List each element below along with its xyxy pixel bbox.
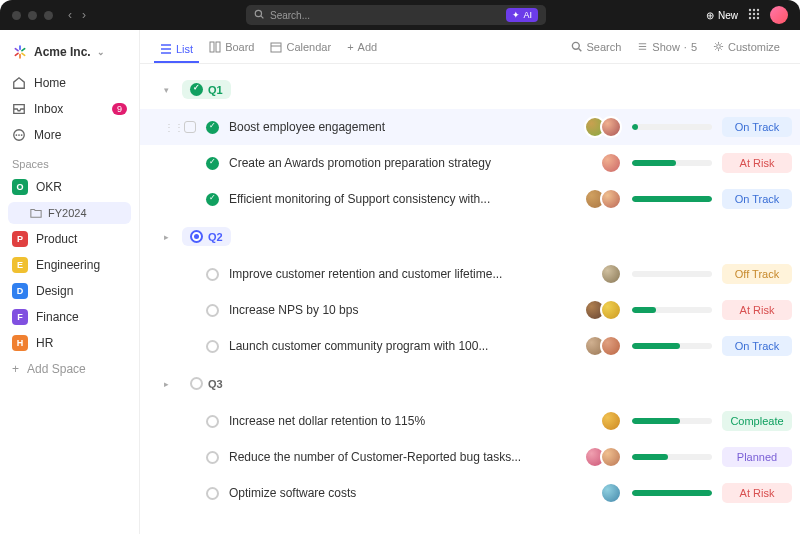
task-status-icon[interactable] xyxy=(206,487,219,500)
ai-button[interactable]: ✦ AI xyxy=(506,8,538,22)
status-badge[interactable]: Off Track xyxy=(722,264,792,284)
space-label: Engineering xyxy=(36,258,100,272)
group-header-q2[interactable]: ▸Q2 xyxy=(140,217,800,256)
svg-point-7 xyxy=(757,12,759,14)
user-avatar[interactable] xyxy=(770,6,788,24)
assignees[interactable] xyxy=(600,263,622,285)
status-badge[interactable]: On Track xyxy=(722,117,792,137)
view-add[interactable]: +Add xyxy=(341,37,383,57)
view-board[interactable]: Board xyxy=(203,37,260,57)
nav-forward-icon[interactable]: › xyxy=(82,8,86,22)
checkbox[interactable] xyxy=(184,121,196,133)
traffic-light-close[interactable] xyxy=(12,11,21,20)
space-label: Finance xyxy=(36,310,79,324)
task-row[interactable]: Optimize software costsAt Risk xyxy=(140,475,800,511)
nav-back-icon[interactable]: ‹ xyxy=(68,8,72,22)
space-badge: F xyxy=(12,309,28,325)
svg-point-20 xyxy=(21,134,23,136)
inbox-icon xyxy=(12,102,26,116)
assignees[interactable] xyxy=(600,152,622,174)
status-badge[interactable]: Compleate xyxy=(722,411,792,431)
group-header-q3[interactable]: ▸Q3 xyxy=(140,364,800,403)
assignees[interactable] xyxy=(584,446,622,468)
nav-home[interactable]: Home xyxy=(0,70,139,96)
caret-icon[interactable]: ▸ xyxy=(164,232,174,242)
chevron-down-icon: ⌄ xyxy=(97,47,105,57)
task-row[interactable]: Efficient monitoring of Support consiste… xyxy=(140,181,800,217)
spaces-header: Spaces xyxy=(0,148,139,174)
assignees[interactable] xyxy=(584,116,622,138)
task-row[interactable]: Reduce the number of Customer-Reported b… xyxy=(140,439,800,475)
folder-fy2024[interactable]: FY2024 xyxy=(8,202,131,224)
add-space-button[interactable]: + Add Space xyxy=(0,356,139,382)
task-status-icon[interactable] xyxy=(206,157,219,170)
apps-icon[interactable] xyxy=(748,8,760,23)
titlebar: ‹ › Search... ✦ AI ⊕ New xyxy=(0,0,800,30)
space-item-design[interactable]: DDesign xyxy=(0,278,139,304)
status-badge[interactable]: At Risk xyxy=(722,483,792,503)
assignees[interactable] xyxy=(584,299,622,321)
task-status-icon[interactable] xyxy=(206,415,219,428)
task-row[interactable]: Increase net dollar retention to 115%Com… xyxy=(140,403,800,439)
status-circle-icon xyxy=(190,377,203,390)
nav-inbox[interactable]: Inbox 9 xyxy=(0,96,139,122)
group-header-q1[interactable]: ▾Q1 xyxy=(140,70,800,109)
status-badge[interactable]: Planned xyxy=(722,447,792,467)
status-badge[interactable]: On Track xyxy=(722,189,792,209)
view-list[interactable]: List xyxy=(154,39,199,63)
workspace-name: Acme Inc. xyxy=(34,45,91,59)
new-button[interactable]: ⊕ New xyxy=(706,10,738,21)
task-row[interactable]: ⋮⋮Boost employee engagementOn Track xyxy=(140,109,800,145)
global-search[interactable]: Search... ✦ AI xyxy=(246,5,546,25)
assignees[interactable] xyxy=(600,482,622,504)
task-row[interactable]: Launch customer community program with 1… xyxy=(140,328,800,364)
drag-handle-icon[interactable]: ⋮⋮ xyxy=(164,122,174,133)
task-status-icon[interactable] xyxy=(206,193,219,206)
nav-more[interactable]: More xyxy=(0,122,139,148)
assignees[interactable] xyxy=(584,335,622,357)
sidebar: Acme Inc. ⌄ Home Inbox 9 More Spaces OOK… xyxy=(0,30,140,534)
svg-line-29 xyxy=(579,49,582,52)
task-name: Improve customer retention and customer … xyxy=(229,267,590,281)
task-status-icon[interactable] xyxy=(206,340,219,353)
task-row[interactable]: Increase NPS by 10 bpsAt Risk xyxy=(140,292,800,328)
task-name: Optimize software costs xyxy=(229,486,590,500)
task-row[interactable]: Improve customer retention and customer … xyxy=(140,256,800,292)
folder-icon xyxy=(30,207,42,219)
view-toolbar: List Board Calendar +Add Search Show · 5… xyxy=(140,30,800,64)
space-label: Design xyxy=(36,284,73,298)
status-badge[interactable]: On Track xyxy=(722,336,792,356)
workspace-switcher[interactable]: Acme Inc. ⌄ xyxy=(0,38,139,70)
space-item-product[interactable]: PProduct xyxy=(0,226,139,252)
svg-point-18 xyxy=(16,134,18,136)
task-status-icon[interactable] xyxy=(206,268,219,281)
avatar xyxy=(600,446,622,468)
toolbar-show[interactable]: Show · 5 xyxy=(631,37,703,57)
space-item-engineering[interactable]: EEngineering xyxy=(0,252,139,278)
task-status-icon[interactable] xyxy=(206,451,219,464)
task-name: Reduce the number of Customer-Reported b… xyxy=(229,450,574,464)
status-badge[interactable]: At Risk xyxy=(722,300,792,320)
home-icon xyxy=(12,76,26,90)
svg-point-28 xyxy=(573,42,580,49)
space-item-hr[interactable]: HHR xyxy=(0,330,139,356)
traffic-light-min[interactable] xyxy=(28,11,37,20)
svg-rect-25 xyxy=(216,42,220,52)
toolbar-search[interactable]: Search xyxy=(565,37,627,57)
status-badge[interactable]: At Risk xyxy=(722,153,792,173)
caret-icon[interactable]: ▸ xyxy=(164,379,174,389)
toolbar-customize[interactable]: Customize xyxy=(707,37,786,57)
task-status-icon[interactable] xyxy=(206,304,219,317)
space-item-okr[interactable]: OOKR xyxy=(0,174,139,200)
assignees[interactable] xyxy=(600,410,622,432)
space-item-finance[interactable]: FFinance xyxy=(0,304,139,330)
task-status-icon[interactable] xyxy=(206,121,219,134)
assignees[interactable] xyxy=(584,188,622,210)
caret-icon[interactable]: ▾ xyxy=(164,85,174,95)
traffic-light-max[interactable] xyxy=(44,11,53,20)
view-calendar[interactable]: Calendar xyxy=(264,37,337,57)
progress-bar xyxy=(632,124,712,130)
task-name: Launch customer community program with 1… xyxy=(229,339,574,353)
task-row[interactable]: Create an Awards promotion preparation s… xyxy=(140,145,800,181)
progress-bar xyxy=(632,454,712,460)
